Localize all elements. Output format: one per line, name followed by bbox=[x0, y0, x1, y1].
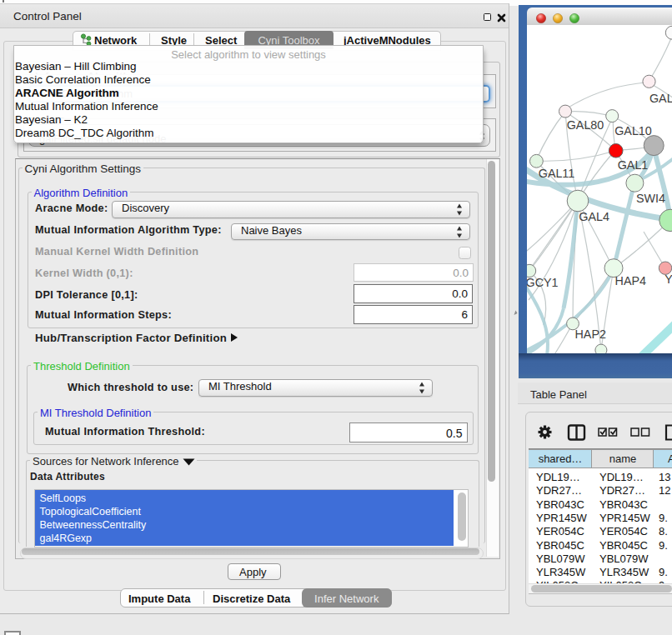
svg-text:GAL4: GAL4 bbox=[579, 210, 609, 223]
svg-text:Y: Y bbox=[664, 272, 672, 286]
svg-text:HAP2: HAP2 bbox=[575, 328, 606, 341]
svg-text:GCY1: GCY1 bbox=[527, 276, 559, 289]
svg-text:GAL11: GAL11 bbox=[539, 167, 574, 180]
svg-text:GAL80: GAL80 bbox=[567, 118, 604, 132]
svg-text:GAL7: GAL7 bbox=[649, 92, 672, 105]
svg-text:GAL1: GAL1 bbox=[618, 158, 649, 172]
svg-text:SWI4: SWI4 bbox=[636, 192, 665, 205]
svg-text:HAP4: HAP4 bbox=[615, 274, 646, 288]
svg-text:GAL10: GAL10 bbox=[614, 124, 652, 138]
